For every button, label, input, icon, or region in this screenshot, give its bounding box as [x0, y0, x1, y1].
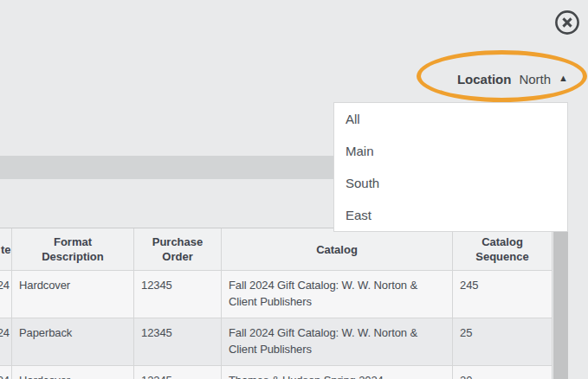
location-filter-control[interactable]: Location North ▲	[457, 69, 568, 88]
dropdown-item-south[interactable]: South	[334, 167, 567, 199]
cell-catalog-sequence: 20	[453, 366, 552, 379]
table-header-row: te FormatDescription PurchaseOrder Catal…	[0, 228, 552, 271]
cell-catalog: Fall 2024 Gift Catalog: W. W. Norton & C…	[222, 318, 453, 365]
cell-date: 024	[0, 318, 12, 365]
cell-catalog-sequence: 25	[453, 318, 552, 365]
cell-purchase-order: 12345	[134, 366, 222, 379]
column-header-purchase-order: PurchaseOrder	[134, 228, 222, 270]
cell-format-description: Hardcover	[12, 366, 134, 379]
cell-date: 024	[0, 366, 12, 379]
close-icon	[553, 9, 581, 36]
cell-catalog: Thames & Hudson Spring 2024	[222, 366, 453, 379]
dropdown-item-all[interactable]: All	[334, 103, 567, 135]
column-header-date: te	[0, 228, 12, 270]
location-filter-label: Location	[457, 72, 512, 87]
modal-overlay: Location North ▲ All Main South East te …	[0, 0, 588, 379]
column-header-catalog: Catalog	[222, 228, 453, 270]
caret-up-icon: ▲	[559, 73, 568, 83]
line-items-table: te FormatDescription PurchaseOrder Catal…	[0, 228, 552, 379]
table-row[interactable]: 024 Hardcover 12345 Fall 2024 Gift Catal…	[0, 271, 552, 318]
cell-format-description: Paperback	[12, 318, 134, 365]
location-dropdown-menu: All Main South East	[333, 102, 568, 232]
location-filter-value: North	[519, 72, 551, 87]
cell-purchase-order: 12345	[134, 318, 222, 365]
cell-purchase-order: 12345	[134, 271, 222, 318]
cell-catalog-sequence: 245	[453, 271, 552, 318]
cell-format-description: Hardcover	[12, 271, 134, 318]
column-header-format-description: FormatDescription	[12, 228, 134, 270]
table-row[interactable]: 024 Paperback 12345 Fall 2024 Gift Catal…	[0, 318, 552, 366]
vertical-scrollbar[interactable]	[553, 228, 568, 379]
column-header-catalog-sequence: CatalogSequence	[453, 228, 552, 270]
cell-date: 024	[0, 271, 12, 318]
close-button[interactable]	[553, 9, 581, 36]
dropdown-item-east[interactable]: East	[334, 199, 567, 231]
dropdown-item-main[interactable]: Main	[334, 135, 567, 167]
table-row[interactable]: 024 Hardcover 12345 Thames & Hudson Spri…	[0, 366, 552, 379]
cell-catalog: Fall 2024 Gift Catalog: W. W. Norton & C…	[222, 271, 453, 318]
